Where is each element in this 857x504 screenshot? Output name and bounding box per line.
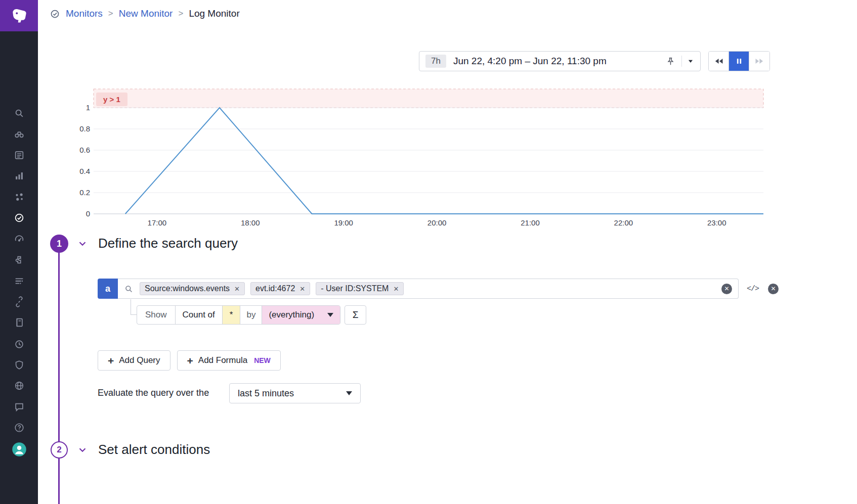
monitor-preview-chart: 00.20.40.60.8117:0018:0019:0020:0021:002… xyxy=(71,86,769,233)
y-tick-label: 0.8 xyxy=(79,124,90,133)
puzzle-icon xyxy=(14,254,25,265)
code-view-icon[interactable]: </> xyxy=(747,285,759,293)
add-formula-button[interactable]: + Add Formula NEW xyxy=(177,350,281,371)
plus-icon: + xyxy=(187,355,193,366)
sidebar-item-watchdog[interactable] xyxy=(0,127,38,141)
time-range-picker[interactable]: 7h Jun 22, 4:20 pm – Jun 22, 11:30 pm xyxy=(419,51,701,71)
y-tick-label: 0.4 xyxy=(79,167,90,175)
search-icon xyxy=(14,108,25,119)
step-connector-line xyxy=(58,252,60,504)
plus-icon: + xyxy=(108,355,114,366)
remove-tag-icon[interactable]: ✕ xyxy=(234,285,240,293)
remove-query-row-icon[interactable]: ✕ xyxy=(768,284,779,294)
forward-button[interactable] xyxy=(749,52,769,71)
breadcrumb: Monitors > New Monitor > Log Monitor xyxy=(50,7,240,21)
step-1-title: Define the search query xyxy=(98,236,238,251)
query-show-connector xyxy=(131,299,137,315)
forward-icon xyxy=(754,56,764,66)
step-2-badge: 2 xyxy=(51,441,68,459)
y-tick-label: 0.2 xyxy=(79,188,90,197)
search-query-input[interactable]: Source:windows.events ✕ evt.id:4672 ✕ - … xyxy=(118,279,739,299)
sidebar-item-synthetics[interactable] xyxy=(0,379,38,393)
remove-tag-icon[interactable]: ✕ xyxy=(393,285,399,293)
sidebar-item-feedback[interactable] xyxy=(0,400,38,414)
time-range-chevron-down-icon[interactable] xyxy=(687,58,694,65)
add-query-button[interactable]: + Add Query xyxy=(98,350,170,371)
query-tag-source[interactable]: Source:windows.events ✕ xyxy=(140,282,245,295)
breadcrumb-new-monitor[interactable]: New Monitor xyxy=(119,8,173,19)
sidebar-item-pipelines[interactable] xyxy=(0,274,38,288)
by-label: by xyxy=(240,306,262,324)
breadcrumb-separator: > xyxy=(178,9,183,19)
rewind-icon xyxy=(714,56,724,66)
time-range-badge: 7h xyxy=(425,55,446,68)
sidebar-item-monitors[interactable] xyxy=(0,211,38,225)
link-icon xyxy=(14,296,25,307)
sigma-button[interactable]: Σ xyxy=(345,305,366,325)
pause-icon xyxy=(734,56,744,66)
y-tick-label: 0.6 xyxy=(79,146,90,154)
sidebar-item-events[interactable] xyxy=(0,148,38,162)
rewind-button[interactable] xyxy=(709,52,729,71)
sidebar-item-security[interactable] xyxy=(0,358,38,372)
pause-button[interactable] xyxy=(729,52,749,71)
sidebar-item-integrations[interactable] xyxy=(0,253,38,267)
datadog-logo[interactable] xyxy=(0,0,38,31)
monitors-breadcrumb-icon xyxy=(50,9,60,19)
query-display-controls: Show Count of * by (everything) xyxy=(137,305,340,325)
step-2-collapse-chevron-icon[interactable] xyxy=(77,444,88,455)
events-list-icon xyxy=(14,150,25,161)
pin-icon[interactable] xyxy=(666,57,675,66)
breadcrumb-log-monitor: Log Monitor xyxy=(189,8,239,19)
step-1-collapse-chevron-icon[interactable] xyxy=(77,238,88,249)
dots-cluster-icon xyxy=(14,192,25,203)
evaluate-label: Evaluate the query over the xyxy=(98,388,209,398)
query-tag-evt-id[interactable]: evt.id:4672 ✕ xyxy=(250,282,310,295)
query-tag-label: evt.id:4672 xyxy=(255,284,295,293)
chevron-down-icon xyxy=(346,391,352,395)
y-tick-label: 1 xyxy=(86,103,90,112)
show-row: Show Count of * by (everything) Σ xyxy=(137,305,366,325)
datadog-dog-icon xyxy=(9,6,30,25)
sidebar-item-apm[interactable] xyxy=(0,232,38,246)
time-controls xyxy=(708,51,770,71)
add-buttons-row: + Add Query + Add Formula NEW xyxy=(98,350,281,371)
clear-query-icon[interactable]: ✕ xyxy=(721,284,732,294)
aggregation-select[interactable]: Count of xyxy=(175,306,222,324)
evaluation-window-select[interactable]: last 5 minutes xyxy=(229,383,361,403)
sidebar xyxy=(0,0,38,504)
group-by-value: (everything) xyxy=(269,310,314,320)
measure-select[interactable]: * xyxy=(222,306,240,324)
sidebar-item-metrics[interactable] xyxy=(0,169,38,183)
add-query-label: Add Query xyxy=(119,355,160,365)
x-tick-label: 23:00 xyxy=(707,218,726,227)
help-icon xyxy=(14,422,25,433)
remove-tag-icon[interactable]: ✕ xyxy=(299,285,305,293)
step-1-badge: 1 xyxy=(50,235,68,253)
threshold-label: y > 1 xyxy=(103,95,120,104)
notebook-icon xyxy=(14,317,25,328)
x-tick-label: 20:00 xyxy=(427,218,447,227)
breadcrumb-monitors[interactable]: Monitors xyxy=(66,8,103,19)
sidebar-item-ci[interactable] xyxy=(0,337,38,351)
x-tick-label: 22:00 xyxy=(614,218,633,227)
series-line xyxy=(125,108,763,214)
sidebar-item-search[interactable] xyxy=(0,106,38,120)
evaluation-window-value: last 5 minutes xyxy=(238,388,294,399)
sidebar-item-service-map[interactable] xyxy=(0,295,38,309)
sidebar-item-help[interactable] xyxy=(0,421,38,435)
sidebar-item-infrastructure[interactable] xyxy=(0,190,38,204)
breadcrumb-separator: > xyxy=(108,9,113,19)
avatar-icon xyxy=(12,442,27,457)
group-by-select[interactable]: (everything) xyxy=(262,306,340,324)
monitor-check-icon xyxy=(14,212,25,223)
x-tick-label: 19:00 xyxy=(334,218,353,227)
clock-circle-icon xyxy=(14,339,25,350)
user-avatar[interactable] xyxy=(0,442,38,456)
binoculars-icon xyxy=(14,128,25,140)
add-formula-label: Add Formula xyxy=(198,355,247,365)
sidebar-item-notebooks[interactable] xyxy=(0,315,38,330)
query-tag-user-id[interactable]: - User ID:SYSTEM ✕ xyxy=(316,282,404,295)
new-badge: NEW xyxy=(254,356,271,364)
x-tick-label: 18:00 xyxy=(241,218,260,227)
